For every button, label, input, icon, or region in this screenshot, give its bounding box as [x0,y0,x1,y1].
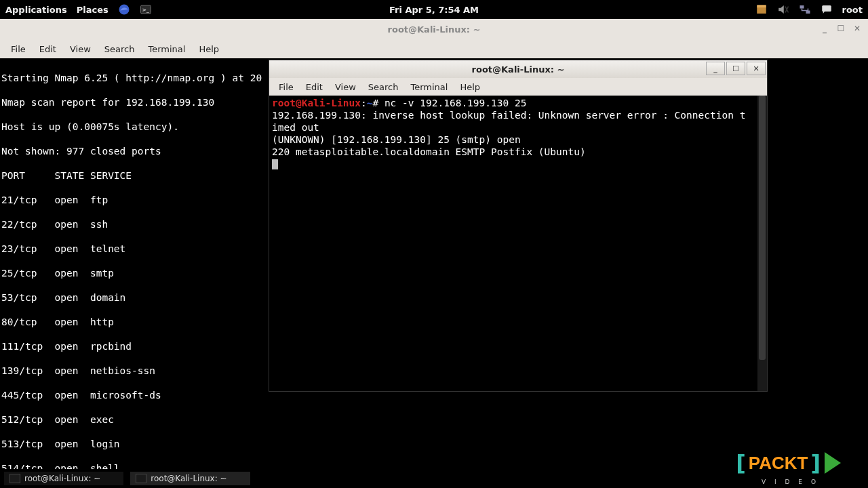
fg-menu-search[interactable]: Search [363,81,404,94]
iceweasel-icon[interactable] [118,3,130,16]
packt-logo-text: PACKT [749,453,808,474]
network-icon[interactable] [799,3,811,16]
fg-menu-edit[interactable]: Edit [300,81,328,94]
play-icon [825,452,841,474]
fg-prompt-user: root@Kali-Linux [272,98,361,108]
taskbar-item-terminal-1[interactable]: root@Kali-Linux: ~ [4,472,123,485]
svg-rect-7 [800,5,804,9]
bg-menu-search[interactable]: Search [99,42,140,56]
user-menu[interactable]: root [842,5,863,15]
fg-window-title: root@Kali-Linux: ~ [472,64,565,75]
fg-window[interactable]: root@Kali-Linux: ~ _ ☐ ✕ File Edit View … [269,60,768,392]
bracket-icon: [ [736,450,746,476]
bg-menu-edit[interactable]: Edit [34,42,62,56]
fg-prompt-line: root@Kali-Linux:~# nc -v 192.168.199.130… [272,97,764,109]
svg-rect-9 [822,5,831,12]
bracket-icon: ] [810,450,821,476]
bg-menu-file[interactable]: File [5,42,31,56]
chat-icon[interactable] [821,3,833,16]
bg-menubar: File Edit View Search Terminal Help [0,39,868,58]
packt-sublabel: V I D E O [762,479,819,485]
volume-icon[interactable] [777,3,789,16]
svg-rect-4 [757,5,766,7]
fg-line: (UNKNOWN) [192.168.199.130] 25 (smtp) op… [272,134,764,146]
fg-cursor [272,159,278,169]
terminal-icon [136,474,146,483]
bg-menu-terminal[interactable]: Terminal [142,42,191,56]
taskbar-item-label: root@Kali-Linux: ~ [24,474,100,483]
bg-maximize-button[interactable]: ☐ [833,22,849,35]
fg-menubar: File Edit View Search Terminal Help [269,78,767,96]
fg-close-button[interactable]: ✕ [747,62,766,75]
svg-text:>_: >_ [142,7,149,13]
clock[interactable]: Fri Apr 5, 7:54 AM [389,5,479,15]
updates-icon[interactable] [755,3,768,16]
fg-line: 192.168.199.130: inverse host lookup fai… [272,109,764,121]
fg-menu-file[interactable]: File [273,81,299,94]
fg-menu-terminal[interactable]: Terminal [405,81,453,94]
taskbar-item-label: root@Kali-Linux: ~ [151,474,226,483]
bg-menu-help[interactable]: Help [193,42,224,56]
fg-line: 220 metasploitable.localdomain ESMTP Pos… [272,146,764,158]
bg-window-title: root@Kali-Linux: ~ [388,24,481,35]
fg-menu-view[interactable]: View [330,81,361,94]
top-panel: Applications Places >_ Fri Apr 5, 7:54 A… [0,0,868,19]
fg-line: imed out [272,121,764,134]
fg-cursor-line [272,158,764,170]
taskbar-item-terminal-2[interactable]: root@Kali-Linux: ~ [130,472,250,485]
bg-menu-view[interactable]: View [64,42,96,56]
places-menu[interactable]: Places [77,5,108,15]
terminal-launcher-icon[interactable]: >_ [140,3,152,16]
fg-titlebar[interactable]: root@Kali-Linux: ~ _ ☐ ✕ [269,60,767,78]
fg-command: nc -v 192.168.199.130 25 [384,98,527,108]
fg-terminal[interactable]: root@Kali-Linux:~# nc -v 192.168.199.130… [269,96,767,391]
bg-line: 512/tcp open exec [1,413,867,426]
fg-menu-help[interactable]: Help [454,81,486,94]
terminal-icon [9,474,20,483]
applications-menu[interactable]: Applications [5,5,67,15]
fg-maximize-button[interactable]: ☐ [726,62,745,75]
fg-scrollbar-thumb[interactable] [759,96,766,360]
svg-rect-3 [757,7,766,14]
bg-close-button[interactable]: ✕ [849,22,865,35]
bg-line: 513/tcp open login [1,438,867,450]
packt-watermark: [ PACKT ] [736,450,841,476]
fg-scrollbar[interactable] [757,96,767,391]
bg-minimize-button[interactable]: _ [816,22,833,35]
bg-window-titlebar[interactable]: root@Kali-Linux: ~ _ ☐ ✕ [0,19,868,39]
fg-minimize-button[interactable]: _ [706,62,725,75]
